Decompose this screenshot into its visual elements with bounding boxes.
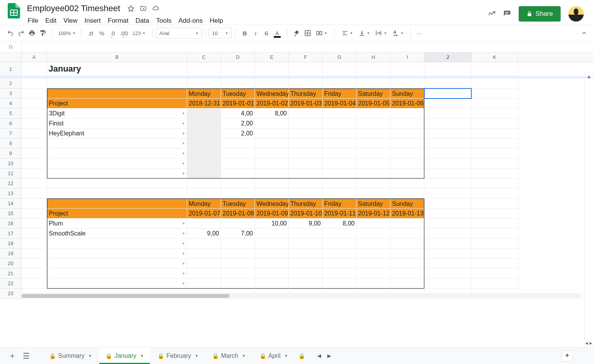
activity-icon[interactable] <box>488 10 496 18</box>
cell[interactable] <box>22 229 47 239</box>
comments-icon[interactable] <box>503 10 511 18</box>
cell[interactable] <box>289 269 323 279</box>
cell[interactable] <box>471 189 518 199</box>
cell[interactable] <box>390 279 424 289</box>
cell[interactable]: January <box>47 62 187 76</box>
dropdown-arrow-icon[interactable]: ▼ <box>182 259 185 269</box>
cell[interactable] <box>424 169 471 179</box>
cell[interactable] <box>471 159 518 169</box>
row-header[interactable]: 16 <box>0 219 22 229</box>
select-all-corner[interactable] <box>0 52 22 62</box>
cell[interactable] <box>357 279 390 289</box>
cell[interactable]: 4,00 <box>221 109 255 119</box>
cell[interactable]: 2019-01-06 <box>390 99 424 109</box>
cell[interactable]: 2019-01-12 <box>357 209 390 219</box>
cell[interactable] <box>255 129 289 139</box>
cell[interactable] <box>357 259 390 269</box>
cell[interactable] <box>22 159 47 169</box>
cell[interactable]: Tuesday <box>221 88 255 99</box>
menu-format[interactable]: Format <box>105 15 132 26</box>
dropdown-arrow-icon[interactable]: ▼ <box>182 249 185 259</box>
cell[interactable] <box>471 179 518 189</box>
cell[interactable] <box>424 78 471 88</box>
cell[interactable] <box>323 159 357 169</box>
dropdown-arrow-icon[interactable]: ▼ <box>182 159 185 169</box>
cell[interactable] <box>255 119 289 129</box>
cell[interactable]: Friday <box>323 88 357 99</box>
cell[interactable] <box>289 179 323 189</box>
cell[interactable]: 2018-12-31 <box>187 99 221 109</box>
cell[interactable]: Project <box>47 209 187 219</box>
cell[interactable] <box>471 149 518 159</box>
cell[interactable] <box>255 149 289 159</box>
cell[interactable] <box>289 259 323 269</box>
cell[interactable] <box>255 189 289 199</box>
cell[interactable] <box>255 249 289 259</box>
cell[interactable] <box>221 279 255 289</box>
cell[interactable] <box>390 78 424 88</box>
currency-button[interactable]: zł <box>86 28 96 38</box>
cell[interactable]: Saturday <box>357 88 390 99</box>
sheet-tab-april[interactable]: 🔒April▼ <box>253 347 294 364</box>
italic-button[interactable]: I <box>251 28 261 38</box>
row-header[interactable]: 1 <box>0 62 22 76</box>
menu-addons[interactable]: Add-ons <box>175 15 206 26</box>
share-button[interactable]: Share <box>519 6 561 22</box>
dropdown-arrow-icon[interactable]: ▼ <box>182 119 185 129</box>
dropdown-arrow-icon[interactable]: ▼ <box>182 149 185 159</box>
cell[interactable] <box>255 78 289 88</box>
cell[interactable] <box>187 149 221 159</box>
cell[interactable]: 2019-01-13 <box>390 209 424 219</box>
cell[interactable] <box>187 78 221 88</box>
add-sheet-button[interactable]: ＋ <box>6 350 18 362</box>
cell[interactable]: 2019-01-01 <box>221 99 255 109</box>
cell[interactable] <box>22 259 47 269</box>
cell[interactable] <box>424 119 471 129</box>
cell[interactable]: ▼ <box>47 269 187 279</box>
cell[interactable] <box>255 229 289 239</box>
cell[interactable]: Sunday <box>390 88 424 99</box>
cell[interactable] <box>471 99 518 109</box>
cell[interactable] <box>221 169 255 179</box>
account-avatar[interactable] <box>568 6 584 22</box>
strikethrough-button[interactable]: S <box>261 28 271 38</box>
cell[interactable] <box>424 219 471 229</box>
cell[interactable] <box>47 199 187 209</box>
cell[interactable] <box>390 189 424 199</box>
column-header-C[interactable]: C <box>187 52 221 62</box>
cell[interactable] <box>289 249 323 259</box>
text-wrap-dropdown[interactable]: ▼ <box>373 28 389 38</box>
cell[interactable] <box>221 259 255 269</box>
cell[interactable] <box>187 159 221 169</box>
cell[interactable] <box>22 78 47 88</box>
row-header[interactable]: 5 <box>0 109 22 119</box>
cell[interactable] <box>323 149 357 159</box>
cell[interactable]: Saturday <box>357 199 390 209</box>
cell[interactable] <box>289 169 323 179</box>
cell[interactable] <box>221 78 255 88</box>
cell[interactable] <box>424 249 471 259</box>
cell[interactable] <box>471 62 518 76</box>
cell[interactable] <box>187 239 221 249</box>
cell[interactable] <box>221 149 255 159</box>
decrease-decimal-button[interactable]: .0← <box>107 28 117 38</box>
number-format-dropdown[interactable]: 123▼ <box>130 28 148 38</box>
cell[interactable] <box>424 279 471 289</box>
dropdown-arrow-icon[interactable]: ▼ <box>182 279 185 289</box>
collapse-toolbar-icon[interactable] <box>579 28 589 38</box>
cell[interactable] <box>289 139 323 149</box>
more-toolbar-button[interactable]: ··· <box>414 28 424 38</box>
cell[interactable] <box>22 209 47 219</box>
star-icon[interactable] <box>127 5 135 12</box>
cell[interactable]: ▼ <box>47 259 187 269</box>
cell[interactable] <box>357 62 390 76</box>
cell[interactable] <box>471 249 518 259</box>
column-header-K[interactable]: K <box>471 52 518 62</box>
cell[interactable] <box>390 149 424 159</box>
cell[interactable] <box>424 159 471 169</box>
dropdown-arrow-icon[interactable]: ▼ <box>182 269 185 279</box>
row-header[interactable]: 22 <box>0 279 22 289</box>
cell[interactable] <box>357 149 390 159</box>
cell[interactable] <box>289 189 323 199</box>
cell[interactable]: Monday <box>187 88 221 99</box>
